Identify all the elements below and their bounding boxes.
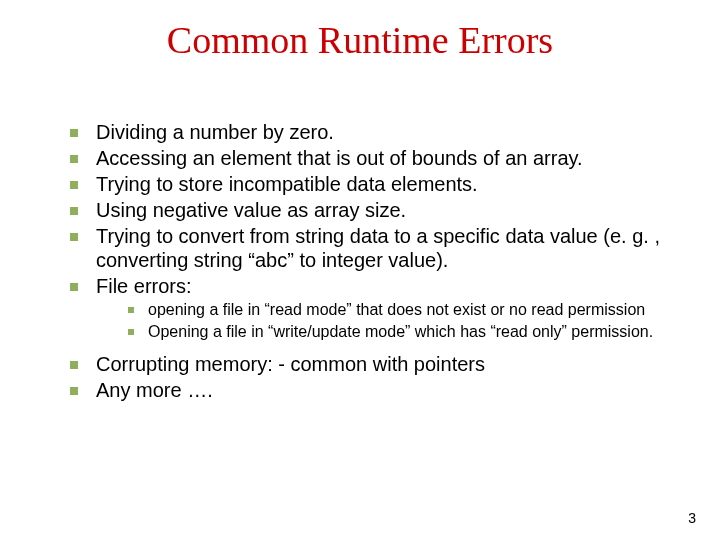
slide-content: Dividing a number by zero. Accessing an … [70,120,680,404]
bullet-text: opening a file in “read mode” that does … [148,300,645,320]
bullet-icon [70,361,78,369]
list-item: Corrupting memory: - common with pointer… [70,352,680,376]
list-item: Any more …. [70,378,680,402]
list-item: Opening a file in “write/update mode” wh… [128,322,680,342]
list-item: File errors: [70,274,680,298]
slide-title: Common Runtime Errors [0,18,720,62]
bullet-text: Trying to convert from string data to a … [96,224,680,272]
page-number: 3 [688,510,696,526]
bullet-icon [70,207,78,215]
bullet-text: Opening a file in “write/update mode” wh… [148,322,653,342]
list-item: opening a file in “read mode” that does … [128,300,680,320]
bullet-icon [128,329,134,335]
bullet-text: Any more …. [96,378,213,402]
bullet-text: Using negative value as array size. [96,198,406,222]
list-item: Dividing a number by zero. [70,120,680,144]
bullet-text: Dividing a number by zero. [96,120,334,144]
bullet-icon [70,181,78,189]
bullet-text: Corrupting memory: - common with pointer… [96,352,485,376]
bullet-text: Trying to store incompatible data elemen… [96,172,478,196]
bullet-icon [70,155,78,163]
bullet-icon [70,387,78,395]
list-item: Trying to convert from string data to a … [70,224,680,272]
bullet-icon [128,307,134,313]
bullet-icon [70,233,78,241]
list-item: Using negative value as array size. [70,198,680,222]
bullet-text: Accessing an element that is out of boun… [96,146,583,170]
list-item: Trying to store incompatible data elemen… [70,172,680,196]
bullet-icon [70,129,78,137]
bullet-text: File errors: [96,274,192,298]
slide: Common Runtime Errors Dividing a number … [0,0,720,540]
list-item: Accessing an element that is out of boun… [70,146,680,170]
bullet-icon [70,283,78,291]
